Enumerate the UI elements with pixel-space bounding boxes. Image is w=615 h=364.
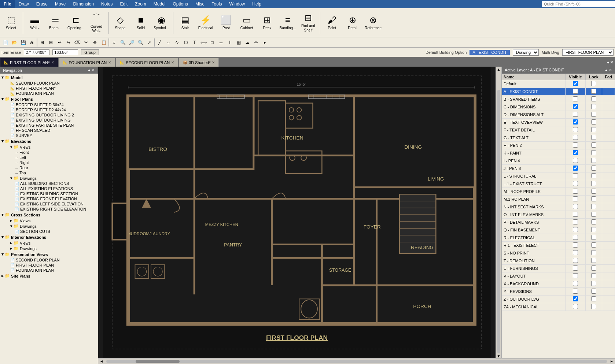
tb2-zoom-out[interactable]: 🔍	[136, 38, 144, 47]
layer-lock-24[interactable]	[586, 265, 602, 272]
layer-lock-checkbox-12[interactable]	[591, 173, 596, 178]
layer-lock-checkbox-0[interactable]	[591, 81, 596, 86]
layer-lock-4[interactable]	[586, 111, 602, 119]
nav-existing-front-elevation[interactable]: 📄 EXISTING FRONT ELEVATION	[0, 196, 98, 201]
tb2-paste[interactable]: 📋	[100, 38, 108, 47]
layer-visible-checkbox-7[interactable]	[573, 135, 578, 140]
nav-collapse-icon[interactable]: ◂	[88, 68, 90, 73]
layer-visible-3[interactable]	[566, 103, 586, 111]
layer-visible-checkbox-13[interactable]	[573, 181, 578, 186]
nav-view-left[interactable]: → Left	[0, 155, 98, 160]
layer-visible-checkbox-15[interactable]	[573, 196, 578, 201]
tb2-zoom-in[interactable]: 🔎	[128, 38, 136, 47]
layer-visible-13[interactable]	[566, 180, 586, 188]
layer-lock-21[interactable]	[586, 242, 602, 249]
layer-visible-6[interactable]	[566, 126, 586, 134]
tb2-cut[interactable]: ✂	[82, 38, 90, 47]
nav-section-cross-sections[interactable]: ▾ 📁 Cross Sections	[0, 212, 98, 218]
layers-collapse-icon[interactable]: ◂	[605, 68, 607, 73]
menu-help[interactable]: Help	[248, 1, 265, 7]
tab-close-second-floor[interactable]: ✕	[171, 60, 174, 64]
nav-item-foundation[interactable]: 📐 FOUNDATION PLAN	[0, 91, 98, 96]
tb2-polyline[interactable]: ⬡	[182, 38, 190, 47]
nav-interior-views[interactable]: ▸ 📁 Views	[0, 240, 98, 246]
layer-lock-checkbox-20[interactable]	[591, 235, 596, 240]
layer-visible-checkbox-23[interactable]	[573, 258, 578, 263]
nav-section-interior-elevations[interactable]: ▾ 📁 Interior Elevations	[0, 234, 98, 240]
tab-close-3d[interactable]: ✕	[212, 60, 215, 64]
layer-row-14[interactable]: M - ROOF PROFILE	[502, 188, 615, 196]
tb2-search[interactable]: 🔍	[119, 38, 127, 47]
nav-elev-drawings[interactable]: ▾ 📁 Drawings	[0, 175, 98, 181]
hscroll-thumb[interactable]	[136, 360, 180, 363]
menu-move[interactable]: Move	[51, 1, 69, 7]
nav-view-right[interactable]: → Right	[0, 160, 98, 165]
tool-stair[interactable]: ▤ Stair	[176, 13, 195, 32]
tab-3d-shaded[interactable]: 📦 3D Shaded* ✕	[179, 58, 219, 67]
nav-section-elevations[interactable]: ▾ 📁 Elevations	[0, 138, 98, 144]
layer-visible-checkbox-20[interactable]	[573, 235, 578, 240]
layer-visible-9[interactable]	[566, 149, 586, 157]
menu-options[interactable]: Options	[169, 1, 192, 7]
layer-visible-26[interactable]	[566, 280, 586, 288]
tab-bar-close[interactable]: ✕	[610, 60, 614, 65]
tool-reference[interactable]: ⊗ Reference	[364, 13, 383, 32]
layer-row-7[interactable]: G - TEXT ALT	[502, 134, 615, 142]
layer-lock-checkbox-27[interactable]	[591, 289, 596, 294]
quick-find-input[interactable]	[542, 1, 615, 7]
layer-visible-checkbox-27[interactable]	[573, 289, 578, 294]
layer-row-20[interactable]: R - ELECTRICAL	[502, 234, 615, 242]
layer-lock-checkbox-3[interactable]	[591, 104, 596, 109]
layer-row-17[interactable]: O - INT ELEV MARKS	[502, 211, 615, 219]
tb2-more[interactable]: ▸	[261, 38, 269, 47]
nav-section-model[interactable]: ▾ 📁 Model	[0, 74, 98, 81]
layer-lock-14[interactable]	[586, 188, 602, 196]
tb2-snap[interactable]: ⊞	[38, 38, 46, 47]
group-button[interactable]: Group	[81, 49, 99, 55]
nav-section-cuts[interactable]: 📄 SECTION CUTS	[0, 229, 98, 234]
layer-row-13[interactable]: L.1 - EXIST STRUCT	[502, 180, 615, 188]
layer-lock-29[interactable]	[586, 303, 602, 311]
layer-lock-10[interactable]	[586, 157, 602, 165]
nav-border-sheet-d2[interactable]: 📄 BORDER SHEET D2 44x24	[0, 107, 98, 112]
layer-lock-checkbox-17[interactable]	[591, 212, 596, 217]
tb2-arc[interactable]: ⌣	[164, 38, 172, 47]
nav-view-top[interactable]: → Top	[0, 170, 98, 175]
layer-lock-16[interactable]	[586, 203, 602, 211]
nav-existing-left-elevation[interactable]: 📄 EXISTING LEFT SIDE ELEVATION	[0, 201, 98, 207]
tool-beam[interactable]: ═ Beam...	[46, 13, 65, 32]
layer-visible-checkbox-9[interactable]	[573, 150, 578, 155]
layer-lock-checkbox-14[interactable]	[591, 189, 596, 194]
layer-lock-27[interactable]	[586, 288, 602, 296]
layer-visible-25[interactable]	[566, 272, 586, 280]
tb2-save[interactable]: 💾	[19, 38, 27, 47]
layer-lock-1[interactable]	[586, 88, 602, 96]
plan-select[interactable]: FIRST FLOOR PLAN	[562, 49, 614, 56]
layer-row-25[interactable]: V - LAYOUT	[502, 272, 615, 280]
layer-lock-8[interactable]	[586, 142, 602, 149]
tool-curved-wall[interactable]: ⌒ Curved Wall-	[87, 10, 106, 35]
layer-visible-19[interactable]	[566, 226, 586, 234]
tb2-line[interactable]: ╱	[155, 38, 163, 47]
vscroll-up[interactable]: ▲	[497, 67, 501, 71]
layer-lock-checkbox-6[interactable]	[591, 127, 596, 132]
layer-visible-checkbox-25[interactable]	[573, 273, 578, 278]
layer-visible-15[interactable]	[566, 196, 586, 203]
layer-visible-checkbox-14[interactable]	[573, 189, 578, 194]
layer-lock-checkbox-15[interactable]	[591, 196, 596, 201]
col-name[interactable]: Name	[502, 74, 566, 80]
tb2-circle[interactable]: ○	[110, 38, 118, 47]
nav-existing-building-section[interactable]: 📄 EXISTING BUILDING SECTION	[0, 191, 98, 196]
vscroll-thumb[interactable]	[497, 90, 500, 353]
layer-visible-checkbox-24[interactable]	[573, 265, 578, 271]
layer-visible-23[interactable]	[566, 257, 586, 265]
layer-visible-checkbox-11[interactable]	[573, 166, 578, 171]
menu-tools[interactable]: Tools	[208, 1, 226, 7]
layer-visible-20[interactable]	[566, 234, 586, 242]
nav-outdoor-living[interactable]: 📄 EXISTING OUTDOOR LIVING	[0, 118, 98, 123]
nav-cross-views[interactable]: ▸ 📁 Views	[0, 218, 98, 223]
layer-visible-0[interactable]	[566, 80, 586, 88]
tool-banding[interactable]: ≡ Banding...	[278, 13, 297, 32]
nav-view-front[interactable]: → Front	[0, 150, 98, 155]
hscroll-right[interactable]: ►	[608, 359, 615, 363]
